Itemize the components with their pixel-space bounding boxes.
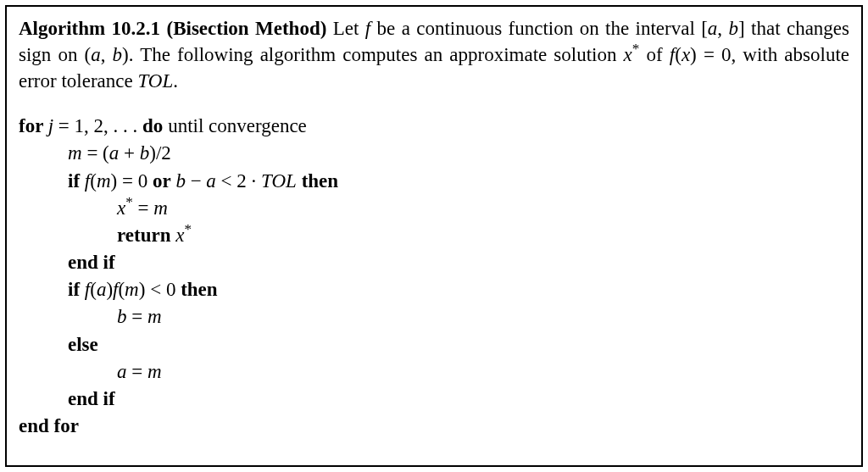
close-div2: )/2 bbox=[149, 142, 171, 164]
assign-a-line: a = m bbox=[19, 358, 849, 386]
for-line: for j = 1, 2, . . . do until convergence bbox=[19, 113, 849, 140]
kw-else: else bbox=[68, 334, 98, 355]
eq: = bbox=[133, 197, 153, 219]
var-tol: TOL bbox=[261, 170, 297, 192]
lparen: ( bbox=[675, 44, 682, 65]
kw-if: if bbox=[68, 279, 85, 300]
var-b: b bbox=[729, 18, 739, 39]
var-a: a bbox=[109, 142, 120, 164]
kw-return: return bbox=[117, 225, 175, 246]
kw-endif: end if bbox=[68, 252, 115, 273]
var-x: x bbox=[117, 197, 125, 219]
var-x: x bbox=[624, 44, 632, 65]
star: * bbox=[125, 194, 133, 210]
rparen: ) bbox=[690, 44, 697, 65]
var-m: m bbox=[68, 142, 82, 164]
period: . bbox=[173, 70, 178, 92]
algorithm-number: Algorithm 10.2.1 bbox=[19, 18, 160, 39]
var-a: a bbox=[91, 44, 101, 65]
intro-text: ). The following algorithm computes an a… bbox=[122, 44, 623, 65]
comma: , bbox=[717, 18, 728, 39]
var-m: m bbox=[125, 279, 139, 300]
algorithm-box: Algorithm 10.2.1 (Bisection Method) Let … bbox=[5, 5, 863, 467]
intro-text: Let bbox=[333, 18, 365, 39]
var-b: b bbox=[140, 142, 150, 164]
lt-two-tol: < 2 · bbox=[216, 170, 261, 192]
return-line: return x* bbox=[19, 222, 849, 249]
var-m: m bbox=[147, 306, 162, 327]
var-b: b bbox=[113, 44, 123, 65]
lparen: ( bbox=[90, 170, 97, 192]
var-a: a bbox=[97, 279, 107, 300]
intro-text: be a continuous function on the interval… bbox=[370, 18, 708, 39]
kw-do: do bbox=[142, 115, 163, 136]
var-x: x bbox=[682, 44, 690, 65]
comma: , bbox=[101, 44, 113, 65]
var-m: m bbox=[147, 361, 162, 382]
else-line: else bbox=[19, 331, 849, 358]
algorithm-intro: Algorithm 10.2.1 (Bisection Method) Let … bbox=[19, 15, 849, 94]
if-converge-line: if f(m) = 0 or b − a < 2 · TOL then bbox=[19, 168, 849, 195]
var-m: m bbox=[153, 197, 168, 219]
star: * bbox=[184, 221, 192, 237]
lparen: ( bbox=[118, 279, 125, 300]
loop-range: = 1, 2, . . . bbox=[53, 115, 142, 136]
var-b: b bbox=[117, 306, 127, 327]
kw-then: then bbox=[181, 279, 217, 300]
kw-if: if bbox=[68, 170, 85, 192]
assign-xstar-line: x* = m bbox=[19, 195, 849, 222]
var-tol: TOL bbox=[137, 70, 173, 92]
var-m: m bbox=[97, 170, 111, 192]
minus: − bbox=[186, 170, 206, 192]
endif-line: end if bbox=[19, 249, 849, 276]
lt-zero: < 0 bbox=[145, 279, 181, 300]
eq: = bbox=[127, 306, 147, 327]
plus: + bbox=[119, 142, 139, 164]
until-text: until convergence bbox=[163, 115, 306, 136]
kw-endif: end if bbox=[68, 388, 115, 409]
eq: = bbox=[127, 361, 147, 382]
assign-b-line: b = m bbox=[19, 303, 849, 330]
lparen: ( bbox=[90, 279, 97, 300]
algorithm-title: (Bisection Method) bbox=[167, 18, 327, 39]
endfor-line: end for bbox=[19, 413, 849, 440]
kw-or: or bbox=[153, 170, 171, 192]
endif-line: end if bbox=[19, 386, 849, 413]
rparen: ) bbox=[106, 279, 113, 300]
var-a: a bbox=[708, 18, 718, 39]
intro-text: of bbox=[639, 44, 669, 65]
kw-endfor: end for bbox=[19, 415, 79, 436]
eq: = ( bbox=[82, 142, 109, 164]
if-sign-line: if f(a)f(m) < 0 then bbox=[19, 276, 849, 303]
var-a: a bbox=[206, 170, 216, 192]
kw-then: then bbox=[302, 170, 338, 192]
var-x: x bbox=[175, 225, 184, 246]
eq-zero: = 0 bbox=[117, 170, 153, 192]
kw-for: for bbox=[19, 115, 48, 136]
var-a: a bbox=[117, 361, 127, 382]
var-b: b bbox=[175, 170, 186, 192]
assign-m-line: m = (a + b)/2 bbox=[19, 140, 849, 167]
